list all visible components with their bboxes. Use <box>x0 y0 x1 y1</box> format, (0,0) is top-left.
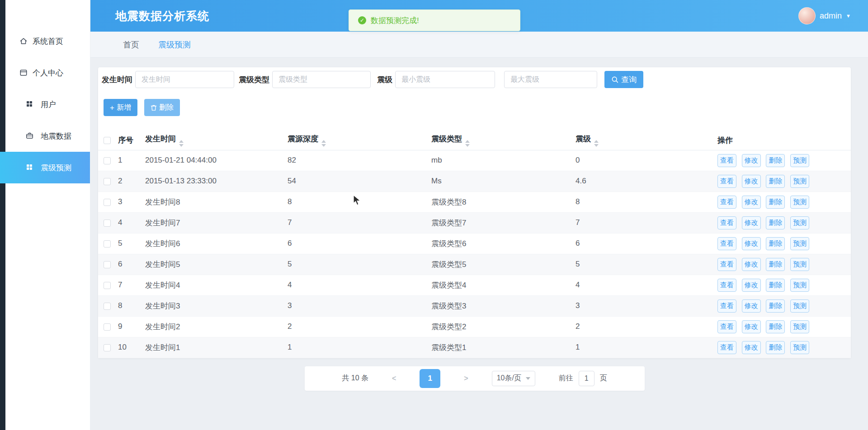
row-checkbox[interactable] <box>104 261 111 268</box>
tab-home[interactable]: 首页 <box>123 39 139 50</box>
row-delete-button[interactable]: 删除 <box>766 341 785 354</box>
sidebar-item-home[interactable]: 系统首页 <box>5 25 90 57</box>
predict-button[interactable]: 预测 <box>790 175 809 188</box>
row-checkbox[interactable] <box>104 344 111 351</box>
cell-index: 8 <box>118 295 145 316</box>
view-button[interactable]: 查看 <box>717 299 736 313</box>
add-button[interactable]: + 新增 <box>104 99 137 116</box>
row-delete-button[interactable]: 删除 <box>766 299 785 313</box>
row-checkbox[interactable] <box>104 178 111 185</box>
edit-button[interactable]: 修改 <box>742 299 761 313</box>
min-magnitude-input[interactable] <box>395 71 495 88</box>
table-row: 1 2015-01-21 04:44:00 82 mb 0 查看 修改 删除 预… <box>98 150 851 171</box>
cell-time: 发生时间4 <box>145 275 288 295</box>
predict-button[interactable]: 预测 <box>790 279 809 292</box>
left-edge-strip <box>0 0 5 430</box>
cell-depth: 82 <box>288 150 431 171</box>
view-button[interactable]: 查看 <box>717 196 736 209</box>
row-checkbox[interactable] <box>104 199 111 206</box>
view-button[interactable]: 查看 <box>717 154 736 167</box>
col-type[interactable]: 震级类型 <box>431 131 576 150</box>
view-button[interactable]: 查看 <box>717 341 736 354</box>
row-delete-button[interactable]: 删除 <box>766 258 785 271</box>
app-title: 地震数据分析系统 <box>115 9 209 23</box>
edit-button[interactable]: 修改 <box>742 320 761 333</box>
delete-button[interactable]: 删除 <box>144 99 180 116</box>
row-delete-button[interactable]: 删除 <box>766 237 785 250</box>
row-delete-button[interactable]: 删除 <box>766 154 785 167</box>
page-size-select[interactable]: 10条/页 <box>492 371 535 386</box>
predict-button[interactable]: 预测 <box>790 341 809 354</box>
edit-button[interactable]: 修改 <box>742 216 761 229</box>
sidebar-item-users[interactable]: 用户 <box>5 89 90 120</box>
select-all-checkbox[interactable] <box>104 137 111 144</box>
row-checkbox[interactable] <box>104 240 111 248</box>
cell-type: 震级类型6 <box>431 233 576 254</box>
search-button[interactable]: 查询 <box>604 71 643 88</box>
col-time[interactable]: 发生时间 <box>145 131 288 150</box>
sort-icon[interactable] <box>321 140 326 147</box>
cell-index: 1 <box>118 150 145 171</box>
max-magnitude-input[interactable] <box>504 71 597 88</box>
prev-page-button[interactable]: < <box>392 374 396 383</box>
sort-icon[interactable] <box>594 140 599 147</box>
next-page-button[interactable]: > <box>464 374 468 383</box>
table-row: 7 发生时间4 4 震级类型4 4 查看 修改 删除 预测 <box>98 275 851 295</box>
predict-button[interactable]: 预测 <box>790 258 809 271</box>
row-delete-button[interactable]: 删除 <box>766 320 785 333</box>
predict-button[interactable]: 预测 <box>790 216 809 229</box>
col-depth[interactable]: 震源深度 <box>288 131 431 150</box>
sidebar-item-magnitude-prediction[interactable]: 震级预测 <box>0 152 90 183</box>
mag-type-input[interactable] <box>272 71 371 88</box>
edit-button[interactable]: 修改 <box>742 154 761 167</box>
col-mag[interactable]: 震级 <box>576 131 717 150</box>
cell-depth: 2 <box>288 316 431 337</box>
row-checkbox[interactable] <box>104 282 111 289</box>
goto-label: 前往 <box>559 374 573 383</box>
predict-button[interactable]: 预测 <box>790 299 809 313</box>
edit-button[interactable]: 修改 <box>742 196 761 209</box>
row-checkbox[interactable] <box>104 157 111 164</box>
tab-magnitude-prediction[interactable]: 震级预测 <box>158 39 191 50</box>
edit-button[interactable]: 修改 <box>742 237 761 250</box>
row-delete-button[interactable]: 删除 <box>766 279 785 292</box>
profile-icon <box>19 68 28 77</box>
view-button[interactable]: 查看 <box>717 175 736 188</box>
goto-page-input[interactable] <box>579 371 594 386</box>
row-checkbox[interactable] <box>104 303 111 310</box>
chevron-down-icon: ▼ <box>846 13 851 19</box>
predict-button[interactable]: 预测 <box>790 196 809 209</box>
view-button[interactable]: 查看 <box>717 320 736 333</box>
predict-button[interactable]: 预测 <box>790 237 809 250</box>
view-button[interactable]: 查看 <box>717 237 736 250</box>
view-button[interactable]: 查看 <box>717 216 736 229</box>
row-checkbox[interactable] <box>104 220 111 227</box>
predict-button[interactable]: 预测 <box>790 154 809 167</box>
cell-time: 发生时间2 <box>145 316 288 337</box>
sidebar-item-profile[interactable]: 个人中心 <box>5 57 90 89</box>
current-page-button[interactable]: 1 <box>420 369 440 388</box>
row-checkbox[interactable] <box>104 323 111 331</box>
row-delete-button[interactable]: 删除 <box>766 175 785 188</box>
edit-button[interactable]: 修改 <box>742 341 761 354</box>
view-button[interactable]: 查看 <box>717 258 736 271</box>
row-delete-button[interactable]: 删除 <box>766 216 785 229</box>
row-actions: 查看 修改 删除 预测 <box>717 275 851 295</box>
content-area: 发生时间 震级类型 震级 查询 + 新增 <box>90 58 868 430</box>
edit-button[interactable]: 修改 <box>742 279 761 292</box>
user-menu[interactable]: admin ▼ <box>798 7 851 24</box>
col-index: 序号 <box>118 131 145 150</box>
sort-icon[interactable] <box>465 140 470 147</box>
cell-depth: 4 <box>288 275 431 295</box>
occur-time-input[interactable] <box>135 71 234 88</box>
sidebar-item-earthquake-data[interactable]: 地震数据 <box>5 120 90 152</box>
predict-button[interactable]: 预测 <box>790 320 809 333</box>
view-button[interactable]: 查看 <box>717 279 736 292</box>
cell-depth: 7 <box>288 212 431 233</box>
edit-button[interactable]: 修改 <box>742 175 761 188</box>
cell-index: 2 <box>118 171 145 192</box>
edit-button[interactable]: 修改 <box>742 258 761 271</box>
sort-icon[interactable] <box>179 140 184 147</box>
row-delete-button[interactable]: 删除 <box>766 196 785 209</box>
cell-time: 2015-01-21 04:44:00 <box>145 150 288 171</box>
